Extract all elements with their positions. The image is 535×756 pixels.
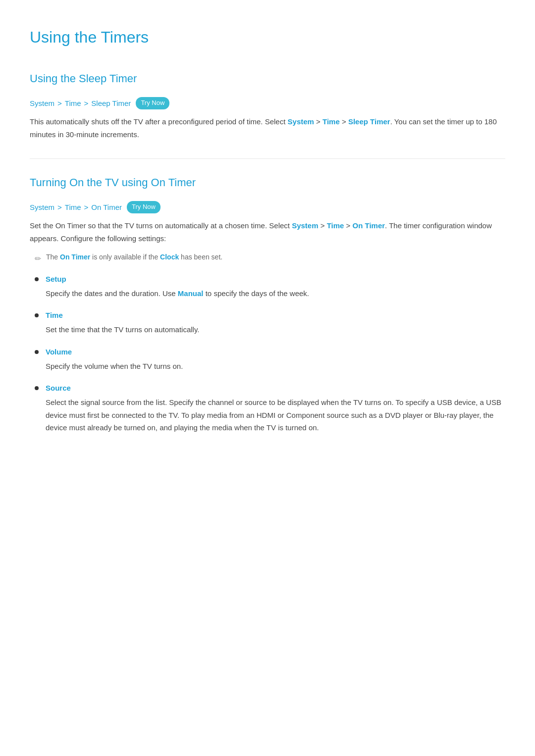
sleep-body-link3[interactable]: Sleep Timer [348, 117, 390, 126]
sleep-breadcrumb-sep2: > [84, 98, 89, 109]
sleep-timer-title: Using the Sleep Timer [30, 70, 505, 90]
setup-bullet-content: Setup Specify the dates and the duration… [46, 273, 505, 300]
on-timer-try-now-badge[interactable]: Try Now [127, 201, 160, 213]
note-prefix: The [46, 253, 60, 261]
sleep-body-sep1: > [314, 117, 322, 126]
sleep-body-prefix: This automatically shuts off the TV afte… [30, 117, 288, 126]
list-item: Source Select the signal source from the… [35, 382, 505, 434]
page-container: Using the Timers Using the Sleep Timer S… [0, 0, 535, 492]
note-on-timer-link[interactable]: On Timer [60, 253, 90, 261]
sleep-body-sep2: > [340, 117, 348, 126]
note-suffix: has been set. [179, 253, 222, 261]
on-timer-breadcrumb: System > Time > On Timer Try Now [30, 201, 505, 213]
time-bullet-content: Time Set the time that the TV turns on a… [46, 309, 505, 336]
source-bullet-content: Source Select the signal source from the… [46, 382, 505, 434]
source-bullet-title: Source [46, 382, 505, 394]
on-body-sep2: > [344, 221, 352, 230]
on-timer-note-text: The On Timer is only available if the Cl… [46, 252, 222, 262]
sleep-timer-body: This automatically shuts off the TV afte… [30, 115, 505, 141]
on-breadcrumb-on-timer[interactable]: On Timer [91, 202, 122, 213]
pencil-icon: ✏ [35, 252, 41, 265]
sleep-timer-section: Using the Sleep Timer System > Time > Sl… [30, 70, 505, 141]
bullet-dot-volume [35, 350, 39, 354]
page-title: Using the Timers [30, 25, 505, 50]
volume-bullet-desc: Specify the volume when the TV turns on. [46, 360, 505, 373]
section-divider [30, 158, 505, 159]
bullet-dot-setup [35, 277, 39, 281]
time-bullet-desc: Set the time that the TV turns on automa… [46, 323, 505, 336]
on-body-prefix: Set the On Timer so that the TV turns on… [30, 221, 292, 230]
sleep-breadcrumb-time[interactable]: Time [65, 98, 81, 109]
on-breadcrumb-time[interactable]: Time [65, 202, 81, 213]
volume-bullet-title: Volume [46, 346, 505, 358]
note-clock-link[interactable]: Clock [160, 253, 179, 261]
on-timer-note: ✏ The On Timer is only available if the … [35, 252, 505, 265]
list-item: Setup Specify the dates and the duration… [35, 273, 505, 300]
time-bullet-title: Time [46, 309, 505, 321]
list-item: Time Set the time that the TV turns on a… [35, 309, 505, 336]
on-timer-title: Turning On the TV using On Timer [30, 174, 505, 194]
bullet-dot-time [35, 313, 39, 317]
on-body-link1[interactable]: System [292, 221, 318, 230]
list-item: Volume Specify the volume when the TV tu… [35, 346, 505, 373]
sleep-breadcrumb-system[interactable]: System [30, 98, 54, 109]
on-body-sep1: > [319, 221, 327, 230]
setup-bullet-title: Setup [46, 273, 505, 285]
sleep-timer-breadcrumb: System > Time > Sleep Timer Try Now [30, 97, 505, 109]
sleep-breadcrumb-sleep-timer[interactable]: Sleep Timer [91, 98, 131, 109]
source-bullet-desc: Select the signal source from the list. … [46, 396, 505, 434]
on-timer-body: Set the On Timer so that the TV turns on… [30, 219, 505, 245]
volume-bullet-content: Volume Specify the volume when the TV tu… [46, 346, 505, 373]
sleep-body-link1[interactable]: System [288, 117, 314, 126]
on-body-link3[interactable]: On Timer [353, 221, 385, 230]
on-timer-section: Turning On the TV using On Timer System … [30, 174, 505, 434]
on-timer-bullet-list: Setup Specify the dates and the duration… [35, 273, 505, 434]
note-mid: is only available if the [90, 253, 160, 261]
sleep-breadcrumb-sep1: > [57, 98, 62, 109]
on-body-link2[interactable]: Time [327, 221, 344, 230]
setup-bullet-desc: Specify the dates and the duration. Use … [46, 287, 505, 300]
sleep-body-link2[interactable]: Time [322, 117, 340, 126]
on-breadcrumb-system[interactable]: System [30, 202, 54, 213]
sleep-timer-try-now-badge[interactable]: Try Now [136, 97, 169, 109]
on-breadcrumb-sep2: > [84, 202, 89, 213]
bullet-dot-source [35, 386, 39, 390]
manual-link[interactable]: Manual [178, 289, 204, 298]
on-breadcrumb-sep1: > [57, 202, 62, 213]
